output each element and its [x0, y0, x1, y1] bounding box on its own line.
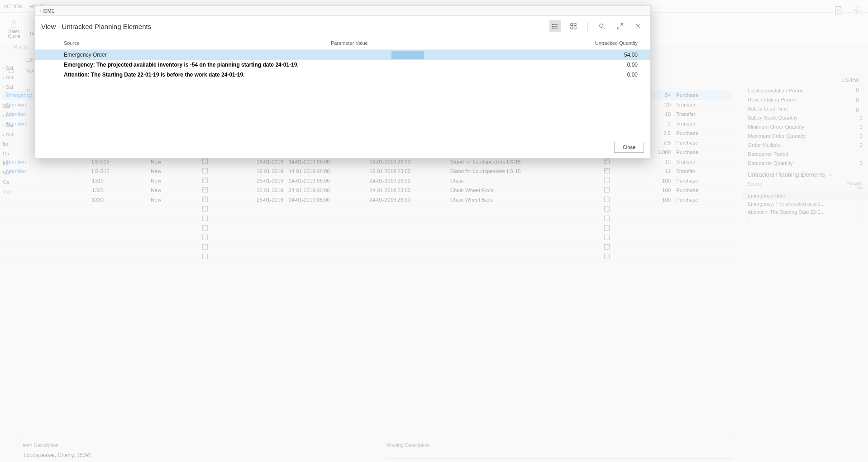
svg-rect-16: [574, 24, 576, 26]
svg-point-12: [552, 24, 553, 24]
modal-title: View - Untracked Planning Elements: [41, 23, 151, 30]
svg-line-21: [620, 24, 623, 26]
svg-point-19: [600, 24, 603, 28]
svg-point-14: [552, 28, 553, 28]
modal-col-uq[interactable]: Untracked Quantity: [485, 40, 644, 46]
svg-point-13: [552, 26, 553, 26]
modal-untracked-planning: HOME View - Untracked Planning Elements: [34, 5, 651, 159]
modal-data-row[interactable]: Emergency: The projected available inven…: [35, 60, 650, 70]
svg-line-22: [617, 27, 620, 29]
search-button[interactable]: [596, 20, 608, 32]
svg-rect-17: [571, 27, 573, 29]
modal-data-row[interactable]: Attention: The Starting Date 22-01-19 is…: [35, 70, 650, 80]
collapse-button[interactable]: [614, 20, 626, 32]
modal-col-param[interactable]: Parameter Value: [331, 40, 485, 46]
modal-ribbon: HOME: [35, 6, 650, 16]
modal-grid-header: Source Parameter Value Untracked Quantit…: [35, 38, 650, 50]
modal-rows[interactable]: Emergency Order· · ·54,00Emergency: The …: [35, 50, 650, 104]
list-view-button[interactable]: [549, 20, 561, 32]
svg-rect-15: [571, 24, 573, 26]
modal-ribbon-tab-home[interactable]: HOME: [40, 8, 55, 14]
close-icon[interactable]: [632, 20, 644, 32]
svg-rect-18: [574, 27, 576, 29]
close-button[interactable]: Close: [614, 142, 644, 153]
svg-line-20: [603, 27, 605, 29]
modal-col-source[interactable]: Source: [64, 40, 331, 46]
modal-data-row[interactable]: Emergency Order· · ·54,00: [35, 50, 650, 60]
tile-view-button[interactable]: [568, 20, 579, 32]
